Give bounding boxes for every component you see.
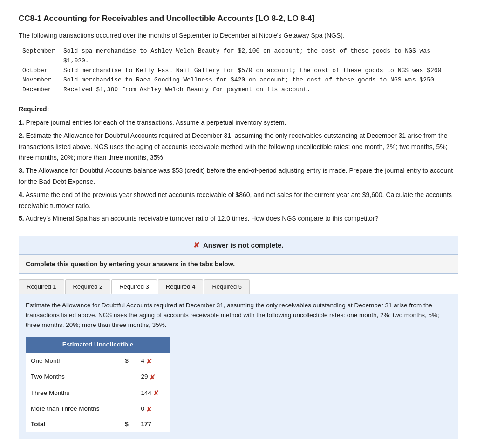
- row-prefix-one-month: $: [120, 353, 136, 369]
- req-num-4: 4.: [19, 191, 24, 198]
- req-num-3: 3.: [19, 167, 24, 174]
- table-row-one-month: One Month $ 4 ✘: [26, 353, 170, 369]
- transaction-row-sep: September Sold spa merchandise to Ashley…: [22, 47, 455, 66]
- tx-month-dec: December: [22, 85, 60, 95]
- value-more-than-three: 0: [141, 404, 144, 414]
- error-icon-two-months[interactable]: ✘: [150, 372, 156, 382]
- uncollectible-table: Estimated Uncollectible One Month $ 4 ✘ …: [26, 337, 170, 432]
- tab-required-4[interactable]: Required 4: [158, 279, 204, 294]
- req-num-2: 2.: [19, 132, 24, 139]
- answer-status-bar: ✘ Answer is not complete.: [19, 236, 458, 255]
- complete-instruction: Complete this question by entering your …: [19, 255, 458, 274]
- tab-required-1[interactable]: Required 1: [19, 279, 64, 294]
- row-label-two-months: Two Months: [26, 369, 120, 385]
- tabs-container: Required 1 Required 2 Required 3 Require…: [19, 279, 458, 294]
- value-one-month: 4: [141, 356, 144, 366]
- req-num-1: 1.: [19, 119, 24, 126]
- value-total: 177: [141, 421, 151, 428]
- row-value-three-months: 144 ✘: [136, 385, 170, 401]
- error-icon-three-months[interactable]: ✘: [153, 387, 159, 398]
- tx-month-oct: October: [22, 66, 60, 76]
- required-header: Required:: [19, 105, 458, 113]
- intro-paragraph: The following transactions occurred over…: [19, 32, 458, 39]
- row-label-one-month: One Month: [26, 353, 120, 369]
- transaction-row-nov: November Sold merchandise to Raea Goodin…: [22, 75, 455, 85]
- transaction-row-oct: October Sold merchandise to Kelly Fast N…: [22, 66, 455, 76]
- row-label-more-than-three: More than Three Months: [26, 401, 120, 417]
- tab-description: Estimate the Allowance for Doubtful Acco…: [26, 301, 451, 330]
- row-prefix-total: $: [120, 417, 136, 432]
- requirement-4: 4. Assume the end of the previous year s…: [19, 190, 458, 212]
- transactions-block: September Sold spa merchandise to Ashley…: [19, 45, 458, 97]
- row-prefix-two-months: [120, 369, 136, 385]
- tab-required-2[interactable]: Required 2: [65, 279, 111, 294]
- requirement-1: 1. Prepare journal entries for each of t…: [19, 117, 458, 129]
- table-row-three-months: Three Months 144 ✘: [26, 385, 170, 401]
- tx-month-sep: September: [22, 47, 60, 66]
- value-two-months: 29: [141, 372, 148, 382]
- tx-text-sep: Sold spa merchandise to Ashley Welch Bea…: [63, 47, 455, 66]
- row-value-more-than-three: 0 ✘: [136, 401, 170, 417]
- tx-text-oct: Sold merchandise to Kelly Fast Nail Gall…: [63, 66, 445, 76]
- table-row-more-than-three: More than Three Months 0 ✘: [26, 401, 170, 417]
- tx-text-nov: Sold merchandise to Raea Gooding Wellnes…: [63, 75, 438, 85]
- error-icon-more-than-three[interactable]: ✘: [146, 404, 152, 414]
- row-value-two-months: 29 ✘: [136, 369, 170, 385]
- tx-month-nov: November: [22, 75, 60, 85]
- requirement-5: 5. Audrey's Mineral Spa has an accounts …: [19, 213, 458, 224]
- row-value-total: 177: [136, 417, 170, 432]
- row-label-total: Total: [26, 417, 120, 432]
- transaction-row-dec: December Received $1,380 from Ashley Wel…: [22, 85, 455, 95]
- row-label-three-months: Three Months: [26, 385, 120, 401]
- row-value-one-month: 4 ✘: [136, 353, 170, 369]
- requirements-list: 1. Prepare journal entries for each of t…: [19, 117, 458, 224]
- answer-status-text: Answer is not complete.: [203, 241, 284, 249]
- requirement-3: 3. The Allowance for Doubtful Accounts b…: [19, 165, 458, 188]
- row-prefix-three-months: [120, 385, 136, 401]
- tab-content-area: Estimate the Allowance for Doubtful Acco…: [19, 294, 458, 439]
- row-prefix-more-than-three: [120, 401, 136, 417]
- x-circle-icon: ✘: [193, 241, 199, 249]
- value-three-months: 144: [141, 388, 151, 398]
- error-icon-one-month[interactable]: ✘: [146, 356, 152, 367]
- table-header: Estimated Uncollectible: [26, 337, 170, 353]
- tab-required-5[interactable]: Required 5: [204, 279, 250, 294]
- tab-required-3[interactable]: Required 3: [111, 279, 157, 294]
- table-row-two-months: Two Months 29 ✘: [26, 369, 170, 385]
- tx-text-dec: Received $1,380 from Ashley Welch Beauty…: [63, 85, 311, 95]
- req-num-5: 5.: [19, 215, 24, 222]
- page-title: CC8-1 Accounting for Receivables and Unc…: [19, 14, 458, 23]
- table-row-total: Total $ 177: [26, 417, 170, 432]
- requirement-2: 2. Estimate the Allowance for Doubtful A…: [19, 130, 458, 163]
